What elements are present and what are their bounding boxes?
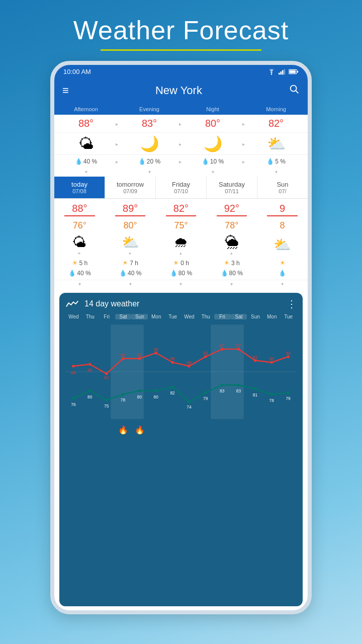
daily-arrows-row: ▾ ▾ ▾ ▾ ▾	[54, 280, 308, 289]
daily-precip-1: 💧40 %	[105, 270, 156, 277]
svg-text:83: 83	[236, 388, 241, 393]
svg-text:76: 76	[71, 402, 76, 407]
svg-point-53	[270, 393, 273, 396]
tab-tomorrow[interactable]: tomorrow 07/09	[105, 177, 156, 198]
bottom-icon-9	[214, 425, 231, 435]
sunshine-4: ☀	[257, 259, 308, 267]
bottom-icon-0	[65, 425, 82, 435]
svg-rect-4	[284, 69, 286, 74]
day-label-0: Wed	[65, 314, 82, 319]
hourly-precip-row: 💧40 % ▸ 💧20 % ▸ 💧10 % ▸ 💧5 %	[54, 155, 308, 168]
wifi-icon	[267, 69, 276, 75]
daily-tabs: today 07/08 tomorrow 07/09 Friday 07/10 …	[54, 177, 308, 199]
day-label-6: Tue	[164, 314, 181, 319]
svg-text:80: 80	[87, 394, 93, 399]
daily-low-0: 76°	[54, 220, 105, 231]
hourly-header-afternoon: Afternoon	[54, 105, 118, 114]
tab-friday[interactable]: Friday 07/10	[156, 177, 207, 198]
tab-saturday[interactable]: Saturday 07/11	[207, 177, 257, 198]
hourly-icons-row: 🌤 ▸ 🌙 ▸ 🌙 ▸ ⛅	[54, 133, 308, 155]
time: 10:00 AM	[63, 68, 91, 75]
svg-point-44	[122, 393, 125, 396]
menu-icon[interactable]: ≡	[62, 84, 69, 97]
svg-text:74: 74	[187, 405, 192, 410]
bottom-icon-12	[263, 425, 280, 435]
svg-point-47	[171, 385, 174, 388]
hourly-temp-0: 88° ▸	[54, 118, 118, 129]
chart-line-icon	[65, 299, 79, 309]
svg-text:81: 81	[253, 392, 258, 397]
day-label-2: Fri	[99, 314, 115, 319]
daily-icon-4: ⛅	[257, 236, 308, 253]
svg-point-45	[138, 389, 141, 392]
svg-text:90: 90	[269, 356, 275, 361]
tab-today[interactable]: today 07/08	[54, 177, 105, 198]
daily-precip-3: 💧80 %	[206, 270, 257, 277]
day-label-12: Mon	[263, 314, 280, 319]
svg-point-14	[88, 363, 92, 366]
daily-low-3: 78°	[206, 220, 257, 231]
svg-point-8	[291, 86, 297, 92]
bottom-icon-2	[99, 425, 115, 435]
bottom-icon-6	[164, 425, 181, 435]
day-label-8: Thu	[198, 314, 214, 319]
hourly-precip-2: 💧10 % ▸	[181, 158, 244, 165]
svg-point-15	[105, 372, 108, 375]
daily-data: 88° 89° 82° 92° 9 76°	[54, 199, 308, 289]
daily-high-0: 88°	[54, 203, 105, 217]
bottom-icon-1	[82, 425, 99, 435]
hourly-icon-0: 🌤 ▸	[54, 135, 118, 152]
svg-text:82: 82	[104, 375, 109, 380]
sunshine-2: ☀0 h	[156, 259, 207, 267]
svg-text:89: 89	[87, 368, 93, 373]
svg-text:79: 79	[286, 396, 291, 401]
fourteen-day-title: 14 day weather	[84, 299, 139, 308]
svg-point-54	[287, 391, 290, 394]
hourly-temp-3: 82°	[244, 118, 308, 129]
bottom-icon-8	[198, 425, 214, 435]
svg-point-49	[204, 391, 207, 394]
bottom-icons-row: 🔥 🔥	[65, 425, 297, 435]
svg-text:91: 91	[253, 355, 258, 360]
bottom-icon-7	[181, 425, 198, 435]
sunshine-row: ☀5 h ☀7 h ☀0 h ☀3 h ☀	[54, 258, 308, 268]
sunshine-3: ☀3 h	[206, 259, 257, 267]
svg-text:88: 88	[187, 360, 192, 365]
daily-precip-0: 💧40 %	[54, 270, 105, 277]
hourly-precip-3: 💧5 %	[244, 158, 308, 165]
svg-rect-1	[279, 72, 280, 74]
day-labels-row: Wed Thu Fri Sat Sun Mon Tue Wed Thu Fri …	[65, 314, 297, 319]
chart-area: 88 89 82 92 92 95 90 88 93 97 97 91 90 9…	[65, 321, 297, 422]
day-label-7: Wed	[181, 314, 198, 319]
daily-low-1: 80°	[105, 220, 156, 231]
search-icon[interactable]	[289, 84, 300, 98]
fourteen-header: 14 day weather ⋮	[65, 298, 297, 310]
svg-text:97: 97	[220, 343, 225, 348]
daily-precip-4: 💧	[257, 270, 308, 277]
svg-point-41	[72, 397, 75, 400]
hourly-header-evening: Evening	[118, 105, 181, 114]
tab-sunday[interactable]: Sun 07/	[257, 177, 308, 198]
hourly-header-night: Night	[181, 105, 244, 114]
daily-high-2: 82°	[156, 203, 207, 217]
battery-icon	[289, 69, 299, 74]
svg-point-46	[154, 389, 157, 392]
more-options-icon[interactable]: ⋮	[287, 298, 297, 310]
day-label-3: Sat	[115, 314, 132, 319]
hourly-icon-1: 🌙 ▸	[118, 135, 181, 152]
status-bar: 10:00 AM	[54, 65, 308, 78]
hourly-section: Afternoon Evening Night Morning 88° ▸ 83…	[54, 103, 308, 177]
hourly-header-morning: Morning	[244, 105, 308, 114]
bottom-icon-13	[280, 425, 297, 435]
daily-high-4: 9	[257, 203, 308, 217]
svg-point-50	[221, 383, 224, 386]
signal-icon	[279, 69, 286, 75]
svg-text:88: 88	[71, 370, 76, 375]
page-title: Weather Forecast	[73, 15, 289, 45]
svg-text:92: 92	[121, 353, 126, 358]
svg-point-13	[72, 365, 75, 368]
day-label-11: Sun	[247, 314, 263, 319]
svg-text:97: 97	[236, 343, 241, 348]
daily-lows-row: 76° 80° 75° 78° 8	[54, 218, 308, 232]
daily-icon-2: 🌧 ▴	[156, 234, 207, 256]
